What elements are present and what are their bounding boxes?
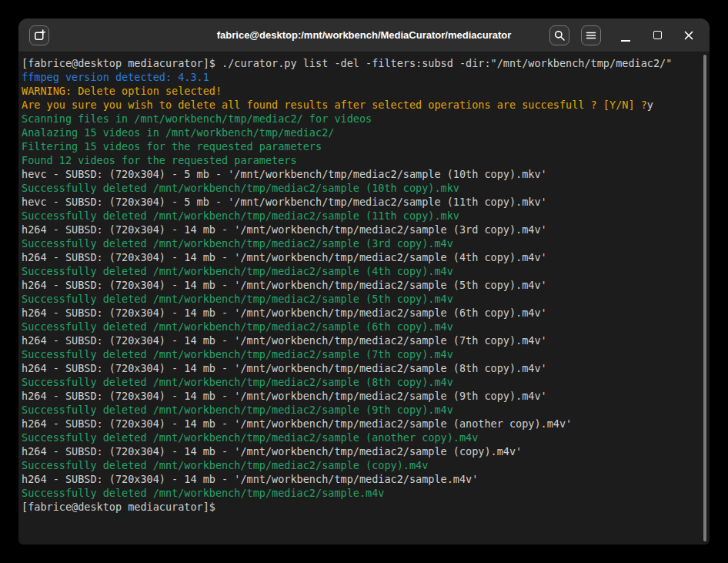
search-button[interactable] (549, 25, 569, 45)
terminal-line: WARNING: Delete option selected! (22, 84, 696, 98)
terminal-line: Successfully deleted /mnt/workbench/tmp/… (22, 347, 696, 361)
terminal-line: Successfully deleted /mnt/workbench/tmp/… (22, 181, 696, 195)
terminal-line: Successfully deleted /mnt/workbench/tmp/… (22, 209, 696, 223)
terminal-line: h264 - SUBSD: (720x304) - 14 mb - '/mnt/… (22, 361, 696, 375)
terminal-line: h264 - SUBSD: (720x304) - 14 mb - '/mnt/… (22, 306, 696, 320)
terminal-line: Successfully deleted /mnt/workbench/tmp/… (22, 264, 696, 278)
terminal-line: hevc - SUBSD: (720x304) - 5 mb - '/mnt/w… (22, 167, 696, 181)
terminal-output: [fabrice@desktop mediacurator]$ ./curato… (22, 56, 696, 514)
terminal-line: Are you sure you wish to delete all foun… (22, 98, 696, 112)
terminal-line: h264 - SUBSD: (720x304) - 14 mb - '/mnt/… (22, 444, 696, 458)
close-button[interactable] (679, 25, 699, 45)
terminal-line: Successfully deleted /mnt/workbench/tmp/… (22, 236, 696, 250)
window-title: fabrice@desktop:/mnt/workbench/MediaCura… (217, 29, 512, 41)
terminal[interactable]: [fabrice@desktop mediacurator]$ ./curato… (18, 52, 710, 545)
terminal-line: [fabrice@desktop mediacurator]$ (22, 500, 696, 514)
terminal-line: Filtering 15 videos for the requested pa… (22, 139, 696, 153)
terminal-line: h264 - SUBSD: (720x304) - 14 mb - '/mnt/… (22, 223, 696, 236)
terminal-line: h264 - SUBSD: (720x304) - 14 mb - '/mnt/… (22, 333, 696, 347)
terminal-line: [fabrice@desktop mediacurator]$ ./curato… (22, 56, 696, 70)
maximize-button[interactable] (647, 25, 667, 45)
header-bar: fabrice@desktop:/mnt/workbench/MediaCura… (18, 18, 710, 52)
terminal-line: Successfully deleted /mnt/workbench/tmp/… (22, 403, 696, 417)
terminal-window: fabrice@desktop:/mnt/workbench/MediaCura… (18, 18, 710, 545)
terminal-line: h264 - SUBSD: (720x304) - 14 mb - '/mnt/… (22, 472, 696, 486)
terminal-line: Successfully deleted /mnt/workbench/tmp/… (22, 431, 696, 444)
terminal-line: h264 - SUBSD: (720x304) - 14 mb - '/mnt/… (22, 278, 696, 292)
maximize-icon (653, 31, 662, 39)
close-icon (683, 29, 695, 42)
terminal-line: Successfully deleted /mnt/workbench/tmp/… (22, 486, 696, 500)
new-tab-button[interactable] (29, 25, 49, 45)
terminal-line: ffmpeg version detected: 4.3.1 (22, 70, 696, 84)
scrollbar-thumb[interactable] (703, 55, 706, 541)
terminal-line: hevc - SUBSD: (720x304) - 5 mb - '/mnt/w… (22, 195, 696, 209)
search-icon (553, 29, 566, 42)
terminal-line: Found 12 videos for the requested parame… (22, 153, 696, 167)
header-actions (549, 25, 699, 45)
terminal-line: Successfully deleted /mnt/workbench/tmp/… (22, 375, 696, 389)
menu-button[interactable] (581, 25, 601, 45)
terminal-line: Scanning files in /mnt/workbench/tmp/med… (22, 112, 696, 126)
terminal-line: h264 - SUBSD: (720x304) - 14 mb - '/mnt/… (22, 417, 696, 431)
terminal-line: h264 - SUBSD: (720x304) - 14 mb - '/mnt/… (22, 250, 696, 264)
scrollbar[interactable] (700, 54, 708, 542)
new-tab-icon (33, 29, 45, 42)
terminal-line: h264 - SUBSD: (720x304) - 14 mb - '/mnt/… (22, 389, 696, 403)
terminal-line: Successfully deleted /mnt/workbench/tmp/… (22, 320, 696, 333)
terminal-line: Successfully deleted /mnt/workbench/tmp/… (22, 458, 696, 472)
minimize-icon (621, 40, 630, 42)
hamburger-menu-icon (585, 29, 597, 42)
minimize-button[interactable] (616, 25, 636, 45)
terminal-line: Successfully deleted /mnt/workbench/tmp/… (22, 292, 696, 306)
terminal-line: Analazing 15 videos in /mnt/workbench/tm… (22, 126, 696, 139)
